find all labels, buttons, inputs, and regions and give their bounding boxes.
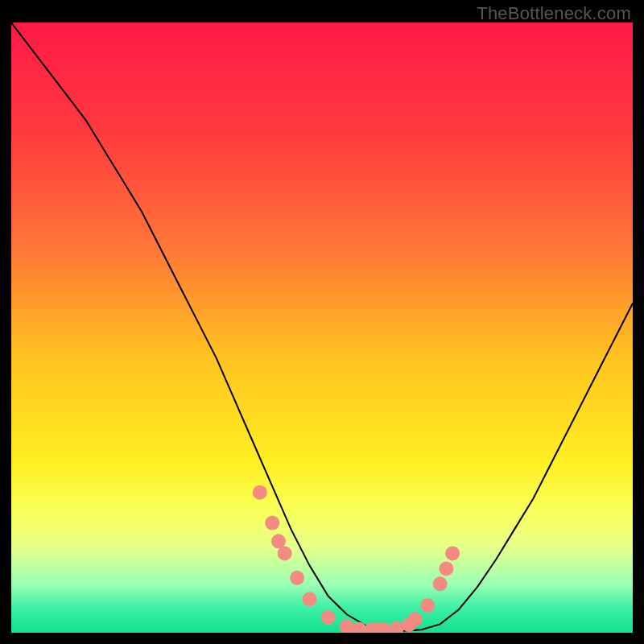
marker-point <box>253 485 267 500</box>
marker-point <box>321 610 336 625</box>
marker-point <box>278 546 292 560</box>
marker-point <box>265 516 279 530</box>
marker-point <box>303 592 317 606</box>
marker-point <box>439 561 453 576</box>
marker-point <box>408 612 423 626</box>
marker-point <box>433 576 448 591</box>
marker-point <box>290 571 304 585</box>
watermark-text: TheBottleneck.com <box>477 3 631 24</box>
chart-background <box>11 23 633 633</box>
chart-frame <box>11 23 633 633</box>
bottleneck-chart <box>11 23 633 633</box>
marker-point <box>445 546 460 560</box>
marker-point <box>420 598 435 613</box>
